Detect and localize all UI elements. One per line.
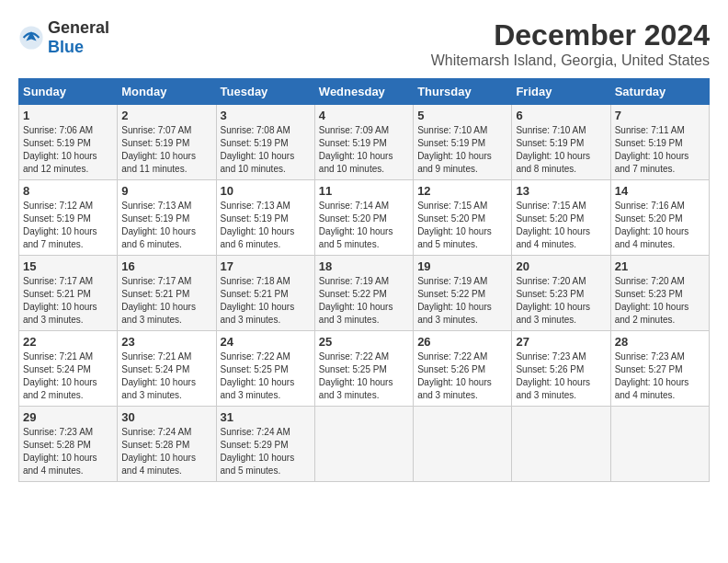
day-info: Sunrise: 7:19 AM Sunset: 5:22 PM Dayligh… (319, 275, 409, 327)
day-info: Sunrise: 7:15 AM Sunset: 5:20 PM Dayligh… (417, 200, 507, 251)
calendar-cell (610, 407, 709, 482)
calendar-week-1: 1 Sunrise: 7:06 AM Sunset: 5:19 PM Dayli… (19, 105, 710, 180)
day-info: Sunrise: 7:21 AM Sunset: 5:24 PM Dayligh… (121, 350, 211, 402)
day-info: Sunrise: 7:11 AM Sunset: 5:19 PM Dayligh… (615, 124, 705, 176)
calendar-cell: 29 Sunrise: 7:23 AM Sunset: 5:28 PM Dayl… (19, 407, 118, 482)
calendar-cell: 17 Sunrise: 7:18 AM Sunset: 5:21 PM Dayl… (216, 256, 314, 331)
day-info: Sunrise: 7:23 AM Sunset: 5:26 PM Dayligh… (516, 350, 606, 402)
page-container: General Blue December 2024 Whitemarsh Is… (18, 18, 710, 482)
calendar-cell: 24 Sunrise: 7:22 AM Sunset: 5:25 PM Dayl… (216, 331, 314, 407)
day-info: Sunrise: 7:19 AM Sunset: 5:22 PM Dayligh… (417, 275, 507, 327)
day-number: 25 (319, 335, 409, 349)
day-number: 15 (23, 259, 113, 273)
col-wednesday: Wednesday (314, 79, 413, 105)
calendar-week-3: 15 Sunrise: 7:17 AM Sunset: 5:21 PM Dayl… (19, 256, 710, 331)
calendar-cell: 19 Sunrise: 7:19 AM Sunset: 5:22 PM Dayl… (414, 256, 512, 331)
day-number: 9 (121, 184, 211, 198)
day-number: 5 (417, 109, 507, 122)
subtitle: Whitemarsh Island, Georgia, United State… (431, 52, 710, 69)
day-info: Sunrise: 7:23 AM Sunset: 5:28 PM Dayligh… (23, 426, 113, 477)
day-info: Sunrise: 7:10 AM Sunset: 5:19 PM Dayligh… (516, 124, 606, 176)
header: General Blue December 2024 Whitemarsh Is… (18, 18, 710, 69)
calendar-cell: 7 Sunrise: 7:11 AM Sunset: 5:19 PM Dayli… (610, 105, 709, 180)
logo-text: General Blue (48, 18, 109, 57)
day-number: 3 (221, 109, 311, 122)
logo-blue: Blue (48, 38, 84, 56)
day-number: 27 (516, 335, 606, 349)
calendar-cell (414, 407, 512, 482)
calendar-cell: 20 Sunrise: 7:20 AM Sunset: 5:23 PM Dayl… (512, 256, 610, 331)
calendar-cell: 14 Sunrise: 7:16 AM Sunset: 5:20 PM Dayl… (610, 180, 709, 256)
day-info: Sunrise: 7:24 AM Sunset: 5:28 PM Dayligh… (121, 426, 211, 477)
calendar-cell: 30 Sunrise: 7:24 AM Sunset: 5:28 PM Dayl… (118, 407, 216, 482)
calendar-week-4: 22 Sunrise: 7:21 AM Sunset: 5:24 PM Dayl… (19, 331, 710, 407)
calendar-cell: 21 Sunrise: 7:20 AM Sunset: 5:23 PM Dayl… (610, 256, 709, 331)
day-number: 21 (615, 259, 705, 273)
calendar-cell: 22 Sunrise: 7:21 AM Sunset: 5:24 PM Dayl… (19, 331, 118, 407)
day-number: 22 (23, 335, 113, 349)
col-monday: Monday (118, 79, 216, 105)
calendar-cell: 6 Sunrise: 7:10 AM Sunset: 5:19 PM Dayli… (512, 105, 610, 180)
day-number: 12 (417, 184, 507, 198)
day-number: 17 (221, 259, 311, 273)
day-info: Sunrise: 7:21 AM Sunset: 5:24 PM Dayligh… (23, 350, 113, 402)
title-section: December 2024 Whitemarsh Island, Georgia… (431, 18, 710, 69)
day-number: 14 (615, 184, 705, 198)
logo-icon (18, 25, 44, 51)
calendar-header-row: Sunday Monday Tuesday Wednesday Thursday… (19, 79, 710, 105)
calendar-cell: 5 Sunrise: 7:10 AM Sunset: 5:19 PM Dayli… (414, 105, 512, 180)
day-info: Sunrise: 7:07 AM Sunset: 5:19 PM Dayligh… (121, 124, 211, 176)
calendar-cell: 1 Sunrise: 7:06 AM Sunset: 5:19 PM Dayli… (19, 105, 118, 180)
day-number: 11 (319, 184, 409, 198)
main-title: December 2024 (431, 18, 710, 52)
day-number: 10 (221, 184, 311, 198)
calendar-cell: 3 Sunrise: 7:08 AM Sunset: 5:19 PM Dayli… (216, 105, 314, 180)
day-number: 7 (615, 109, 705, 122)
calendar-cell: 10 Sunrise: 7:13 AM Sunset: 5:19 PM Dayl… (216, 180, 314, 256)
day-number: 2 (121, 109, 211, 122)
calendar-cell: 4 Sunrise: 7:09 AM Sunset: 5:19 PM Dayli… (314, 105, 413, 180)
day-info: Sunrise: 7:17 AM Sunset: 5:21 PM Dayligh… (23, 275, 113, 327)
day-number: 18 (319, 259, 409, 273)
day-info: Sunrise: 7:22 AM Sunset: 5:25 PM Dayligh… (319, 350, 409, 402)
day-info: Sunrise: 7:10 AM Sunset: 5:19 PM Dayligh… (417, 124, 507, 176)
day-info: Sunrise: 7:06 AM Sunset: 5:19 PM Dayligh… (23, 124, 113, 176)
day-number: 28 (615, 335, 705, 349)
day-number: 23 (121, 335, 211, 349)
day-info: Sunrise: 7:15 AM Sunset: 5:20 PM Dayligh… (516, 200, 606, 251)
day-info: Sunrise: 7:24 AM Sunset: 5:29 PM Dayligh… (221, 426, 311, 477)
day-info: Sunrise: 7:17 AM Sunset: 5:21 PM Dayligh… (121, 275, 211, 327)
calendar-cell (314, 407, 413, 482)
calendar-week-5: 29 Sunrise: 7:23 AM Sunset: 5:28 PM Dayl… (19, 407, 710, 482)
calendar-cell: 31 Sunrise: 7:24 AM Sunset: 5:29 PM Dayl… (216, 407, 314, 482)
day-number: 30 (121, 410, 211, 424)
day-number: 8 (23, 184, 113, 198)
day-info: Sunrise: 7:13 AM Sunset: 5:19 PM Dayligh… (121, 200, 211, 251)
day-number: 6 (516, 109, 606, 122)
calendar-cell: 2 Sunrise: 7:07 AM Sunset: 5:19 PM Dayli… (118, 105, 216, 180)
day-info: Sunrise: 7:22 AM Sunset: 5:25 PM Dayligh… (221, 350, 311, 402)
calendar-cell: 9 Sunrise: 7:13 AM Sunset: 5:19 PM Dayli… (118, 180, 216, 256)
day-number: 1 (23, 109, 113, 122)
day-info: Sunrise: 7:18 AM Sunset: 5:21 PM Dayligh… (221, 275, 311, 327)
calendar-cell (512, 407, 610, 482)
day-info: Sunrise: 7:12 AM Sunset: 5:19 PM Dayligh… (23, 200, 113, 251)
day-info: Sunrise: 7:14 AM Sunset: 5:20 PM Dayligh… (319, 200, 409, 251)
calendar-cell: 25 Sunrise: 7:22 AM Sunset: 5:25 PM Dayl… (314, 331, 413, 407)
day-number: 13 (516, 184, 606, 198)
day-info: Sunrise: 7:09 AM Sunset: 5:19 PM Dayligh… (319, 124, 409, 176)
calendar-cell: 28 Sunrise: 7:23 AM Sunset: 5:27 PM Dayl… (610, 331, 709, 407)
day-number: 24 (221, 335, 311, 349)
day-info: Sunrise: 7:20 AM Sunset: 5:23 PM Dayligh… (516, 275, 606, 327)
calendar-cell: 26 Sunrise: 7:22 AM Sunset: 5:26 PM Dayl… (414, 331, 512, 407)
col-saturday: Saturday (610, 79, 709, 105)
day-info: Sunrise: 7:22 AM Sunset: 5:26 PM Dayligh… (417, 350, 507, 402)
day-info: Sunrise: 7:20 AM Sunset: 5:23 PM Dayligh… (615, 275, 705, 327)
calendar-cell: 13 Sunrise: 7:15 AM Sunset: 5:20 PM Dayl… (512, 180, 610, 256)
day-number: 4 (319, 109, 409, 122)
day-number: 29 (23, 410, 113, 424)
col-friday: Friday (512, 79, 610, 105)
col-thursday: Thursday (414, 79, 512, 105)
calendar: Sunday Monday Tuesday Wednesday Thursday… (18, 78, 710, 482)
calendar-cell: 8 Sunrise: 7:12 AM Sunset: 5:19 PM Dayli… (19, 180, 118, 256)
